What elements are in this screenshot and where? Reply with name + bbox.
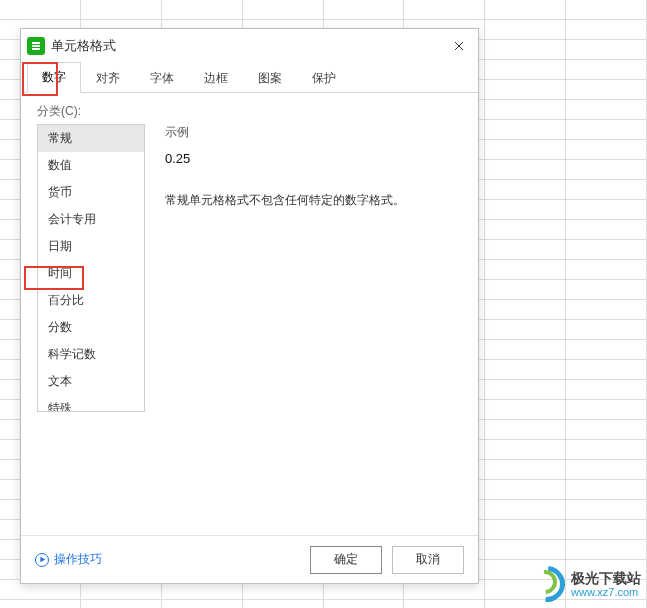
play-icon — [35, 553, 49, 567]
category-item[interactable]: 货币 — [38, 179, 144, 206]
category-item[interactable]: 日期 — [38, 233, 144, 260]
cancel-button[interactable]: 取消 — [392, 546, 464, 574]
format-description: 常规单元格格式不包含任何特定的数字格式。 — [165, 192, 462, 209]
sample-value: 0.25 — [165, 151, 462, 166]
wps-app-icon — [27, 37, 45, 55]
tab-0[interactable]: 数字 — [27, 62, 81, 93]
category-item[interactable]: 数值 — [38, 152, 144, 179]
category-label: 分类(C): — [37, 103, 462, 120]
content-row: 常规数值货币会计专用日期时间百分比分数科学记数文本特殊自定义 示例 0.25 常… — [37, 124, 462, 535]
tab-5[interactable]: 保护 — [297, 63, 351, 93]
category-list[interactable]: 常规数值货币会计专用日期时间百分比分数科学记数文本特殊自定义 — [37, 124, 145, 412]
category-item[interactable]: 科学记数 — [38, 341, 144, 368]
sample-label: 示例 — [165, 124, 462, 141]
tab-3[interactable]: 边框 — [189, 63, 243, 93]
tab-4[interactable]: 图案 — [243, 63, 297, 93]
dialog-title: 单元格格式 — [51, 37, 448, 55]
ok-button[interactable]: 确定 — [310, 546, 382, 574]
tab-1[interactable]: 对齐 — [81, 63, 135, 93]
category-item[interactable]: 文本 — [38, 368, 144, 395]
category-item[interactable]: 分数 — [38, 314, 144, 341]
dialog-close-button[interactable] — [448, 35, 470, 57]
close-icon — [453, 40, 465, 52]
dialog-footer: 操作技巧 确定 取消 — [21, 535, 478, 583]
dialog-tabs: 数字对齐字体边框图案保护 — [21, 63, 478, 93]
tab-2[interactable]: 字体 — [135, 63, 189, 93]
category-item[interactable]: 特殊 — [38, 395, 144, 412]
tips-link[interactable]: 操作技巧 — [35, 551, 102, 568]
cell-format-dialog: 单元格格式 数字对齐字体边框图案保护 分类(C): 常规数值货币会计专用日期时间… — [20, 28, 479, 584]
category-item[interactable]: 会计专用 — [38, 206, 144, 233]
category-item[interactable]: 时间 — [38, 260, 144, 287]
tips-link-label: 操作技巧 — [54, 551, 102, 568]
format-detail-pane: 示例 0.25 常规单元格格式不包含任何特定的数字格式。 — [145, 124, 462, 535]
category-item[interactable]: 百分比 — [38, 287, 144, 314]
category-item[interactable]: 常规 — [38, 125, 144, 152]
dialog-body: 分类(C): 常规数值货币会计专用日期时间百分比分数科学记数文本特殊自定义 示例… — [21, 93, 478, 535]
dialog-titlebar: 单元格格式 — [21, 29, 478, 63]
